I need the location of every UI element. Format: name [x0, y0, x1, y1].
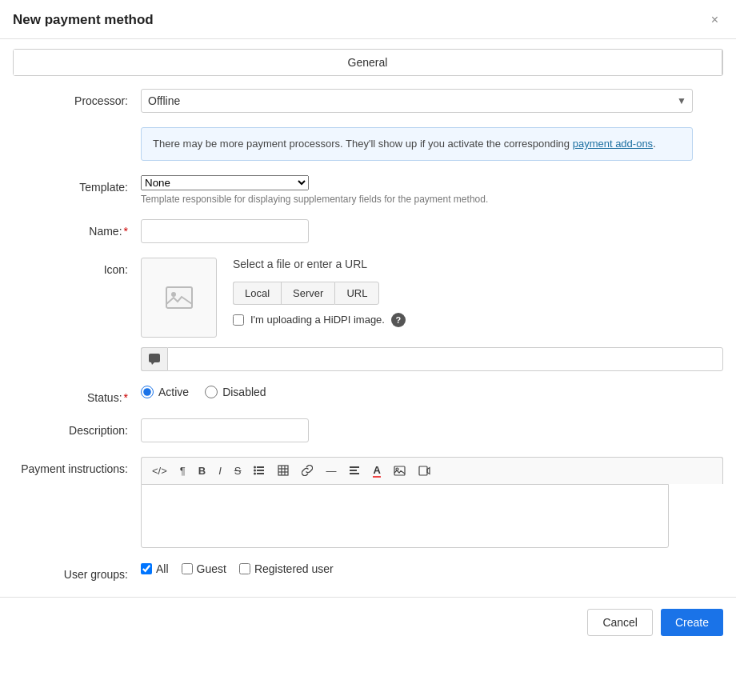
svg-point-18 — [396, 468, 398, 470]
status-active-text: Active — [158, 386, 189, 398]
svg-rect-3 — [257, 466, 264, 468]
svg-rect-16 — [350, 473, 359, 474]
user-group-registered-label[interactable]: Registered user — [239, 562, 334, 575]
hidpi-label[interactable]: I'm uploading a HiDPI image. — [250, 314, 385, 326]
close-button[interactable]: × — [706, 11, 723, 29]
hidpi-checkbox[interactable] — [233, 314, 244, 326]
svg-rect-19 — [419, 466, 427, 475]
template-control: None Template responsible for displaying… — [141, 175, 723, 205]
icon-section: Select a file or enter a URL Local Serve… — [141, 258, 723, 338]
svg-point-7 — [254, 470, 256, 472]
user-groups-control: All Guest Registered user — [141, 562, 723, 575]
svg-point-8 — [254, 473, 256, 475]
template-select[interactable]: None — [141, 175, 309, 190]
modal-title: New payment method — [13, 12, 154, 28]
info-text-end: . — [653, 138, 656, 150]
modal-body: General Processor: Offline ▼ — [0, 39, 736, 647]
editor-area[interactable] — [141, 484, 669, 548]
status-options: Active Disabled — [141, 386, 723, 398]
toolbar-list-btn[interactable] — [248, 462, 270, 479]
processor-control: Offline ▼ — [141, 89, 723, 113]
info-label-spacer — [13, 127, 141, 133]
description-input[interactable] — [141, 418, 309, 442]
toolbar-paragraph-btn[interactable]: ¶ — [174, 462, 191, 480]
tab-bar: General — [13, 49, 723, 76]
icon-url-row — [141, 347, 723, 371]
description-control — [141, 418, 723, 442]
info-box: There may be more payment processors. Th… — [141, 127, 693, 161]
processor-select[interactable]: Offline — [141, 89, 693, 113]
image-placeholder-icon — [165, 283, 194, 312]
icon-label: Icon: — [13, 258, 141, 276]
icon-control: Select a file or enter a URL Local Serve… — [141, 258, 723, 371]
user-groups-label: User groups: — [13, 562, 141, 581]
payment-instructions-label: Payment instructions: — [13, 457, 141, 475]
svg-rect-9 — [278, 466, 288, 475]
icon-controls: Select a file or enter a URL Local Serve… — [233, 258, 406, 327]
editor-toolbar: </> ¶ B I S — — [141, 457, 723, 484]
create-button[interactable]: Create — [661, 609, 723, 636]
icon-row: Icon: Select a file or enter a URL — [13, 258, 723, 371]
user-group-all-checkbox[interactable] — [141, 563, 152, 574]
modal-footer: Cancel Create — [0, 597, 736, 647]
status-disabled-text: Disabled — [222, 386, 266, 398]
icon-preview — [141, 258, 217, 338]
status-active-label[interactable]: Active — [141, 386, 189, 398]
user-groups-options: All Guest Registered user — [141, 562, 723, 575]
user-groups-row: User groups: All Guest Regis — [13, 562, 723, 581]
name-label: Name:* — [13, 219, 141, 238]
toolbar-link-btn[interactable] — [296, 462, 318, 479]
info-row: There may be more payment processors. Th… — [13, 127, 723, 161]
name-control — [141, 219, 723, 243]
user-group-all-label[interactable]: All — [141, 562, 169, 575]
info-control: There may be more payment processors. Th… — [141, 127, 723, 161]
modal-header: New payment method × — [0, 0, 736, 39]
svg-rect-15 — [350, 470, 357, 471]
info-text: There may be more payment processors. Th… — [153, 138, 573, 150]
processor-label: Processor: — [13, 89, 141, 107]
status-required-star: * — [124, 391, 128, 404]
toolbar-italic-btn[interactable]: I — [213, 462, 227, 480]
user-group-all-text: All — [156, 562, 169, 575]
payment-instructions-row: Payment instructions: </> ¶ B I S — [13, 457, 723, 548]
user-group-registered-checkbox[interactable] — [239, 563, 250, 574]
tab-general[interactable]: General — [14, 50, 722, 75]
toolbar-align-btn[interactable] — [343, 462, 366, 479]
svg-point-1 — [171, 292, 176, 297]
user-group-guest-label[interactable]: Guest — [182, 562, 226, 575]
svg-rect-0 — [166, 287, 192, 308]
info-link[interactable]: payment add-ons — [573, 138, 653, 150]
toolbar-image-btn[interactable] — [388, 462, 411, 479]
description-row: Description: — [13, 418, 723, 442]
status-disabled-radio[interactable] — [205, 386, 218, 398]
processor-row: Processor: Offline ▼ — [13, 89, 723, 113]
user-group-guest-checkbox[interactable] — [182, 563, 193, 574]
icon-btn-group: Local Server URL — [233, 282, 406, 305]
cancel-button[interactable]: Cancel — [587, 609, 653, 636]
help-icon[interactable]: ? — [391, 313, 406, 327]
icon-url-button[interactable]: URL — [334, 282, 379, 305]
speech-bubble-icon — [141, 347, 167, 371]
icon-server-button[interactable]: Server — [281, 282, 334, 305]
name-input[interactable] — [141, 219, 309, 243]
description-label: Description: — [13, 418, 141, 437]
status-disabled-label[interactable]: Disabled — [205, 386, 266, 398]
user-group-guest-text: Guest — [197, 562, 226, 575]
name-required-star: * — [124, 225, 128, 238]
toolbar-strikethrough-btn[interactable]: S — [229, 462, 247, 480]
status-active-radio[interactable] — [141, 386, 154, 398]
toolbar-text-color-btn[interactable]: A — [367, 461, 386, 481]
svg-rect-4 — [257, 470, 264, 471]
status-control: Active Disabled — [141, 386, 723, 398]
toolbar-table-btn[interactable] — [272, 462, 294, 479]
svg-rect-5 — [257, 473, 264, 474]
name-row: Name:* — [13, 219, 723, 243]
form-area: Processor: Offline ▼ There may be more p… — [0, 76, 736, 581]
toolbar-hr-btn[interactable]: — — [320, 462, 342, 480]
icon-local-button[interactable]: Local — [233, 282, 281, 305]
svg-rect-14 — [350, 466, 359, 468]
toolbar-video-btn[interactable] — [413, 462, 436, 479]
icon-url-input[interactable] — [167, 347, 723, 371]
toolbar-bold-btn[interactable]: B — [193, 462, 211, 480]
toolbar-code-btn[interactable]: </> — [146, 462, 173, 480]
